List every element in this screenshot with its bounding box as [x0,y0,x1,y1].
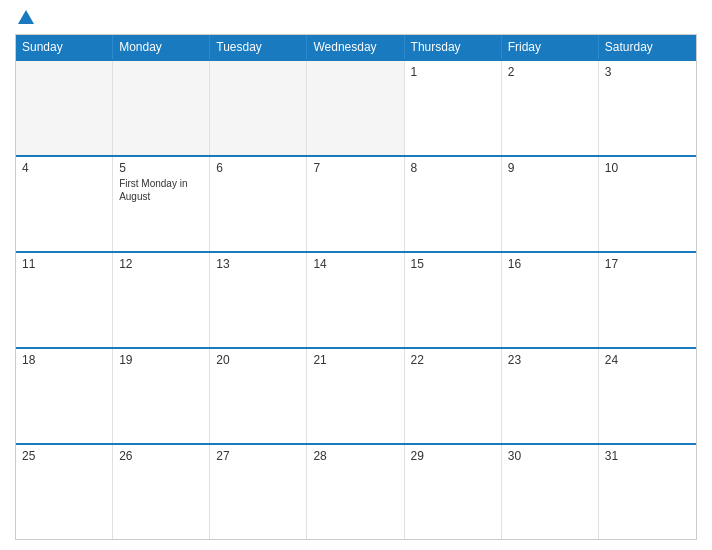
day-cell: 19 [113,349,210,443]
day-header-tuesday: Tuesday [210,35,307,59]
day-number: 31 [605,449,690,463]
day-header-sunday: Sunday [16,35,113,59]
day-cell: 11 [16,253,113,347]
day-cell: 5First Monday in August [113,157,210,251]
day-cell: 18 [16,349,113,443]
day-number: 10 [605,161,690,175]
week-row-4: 18192021222324 [16,347,696,443]
day-number: 23 [508,353,592,367]
day-number: 15 [411,257,495,271]
day-number: 30 [508,449,592,463]
day-cell: 20 [210,349,307,443]
day-cell: 23 [502,349,599,443]
weeks-container: 12345First Monday in August6789101112131… [16,59,696,539]
day-cell: 1 [405,61,502,155]
day-number: 21 [313,353,397,367]
day-cell: 6 [210,157,307,251]
calendar-page: SundayMondayTuesdayWednesdayThursdayFrid… [0,0,712,550]
day-number: 12 [119,257,203,271]
day-cell: 2 [502,61,599,155]
week-row-2: 45First Monday in August678910 [16,155,696,251]
day-cell [16,61,113,155]
day-cell: 3 [599,61,696,155]
day-number: 8 [411,161,495,175]
day-cell: 31 [599,445,696,539]
day-number: 2 [508,65,592,79]
day-cell: 22 [405,349,502,443]
day-cell: 10 [599,157,696,251]
week-row-1: 123 [16,59,696,155]
event-label: First Monday in August [119,177,203,203]
day-headers-row: SundayMondayTuesdayWednesdayThursdayFrid… [16,35,696,59]
day-cell: 24 [599,349,696,443]
day-header-friday: Friday [502,35,599,59]
day-cell: 25 [16,445,113,539]
day-cell: 17 [599,253,696,347]
day-header-monday: Monday [113,35,210,59]
day-number: 25 [22,449,106,463]
day-number: 26 [119,449,203,463]
day-header-thursday: Thursday [405,35,502,59]
day-cell: 16 [502,253,599,347]
day-number: 9 [508,161,592,175]
day-cell: 4 [16,157,113,251]
day-number: 27 [216,449,300,463]
day-number: 16 [508,257,592,271]
day-number: 11 [22,257,106,271]
day-cell: 28 [307,445,404,539]
day-number: 18 [22,353,106,367]
week-row-3: 11121314151617 [16,251,696,347]
day-cell: 7 [307,157,404,251]
day-number: 3 [605,65,690,79]
day-cell: 30 [502,445,599,539]
day-cell: 9 [502,157,599,251]
day-cell: 14 [307,253,404,347]
day-number: 5 [119,161,203,175]
day-cell: 13 [210,253,307,347]
day-cell: 8 [405,157,502,251]
day-number: 1 [411,65,495,79]
day-header-wednesday: Wednesday [307,35,404,59]
day-number: 13 [216,257,300,271]
day-cell: 26 [113,445,210,539]
day-number: 4 [22,161,106,175]
day-cell [210,61,307,155]
day-number: 20 [216,353,300,367]
calendar-grid: SundayMondayTuesdayWednesdayThursdayFrid… [15,34,697,540]
day-cell: 29 [405,445,502,539]
logo [15,10,34,26]
page-header [15,10,697,26]
day-number: 29 [411,449,495,463]
week-row-5: 25262728293031 [16,443,696,539]
day-number: 7 [313,161,397,175]
day-cell: 27 [210,445,307,539]
day-number: 22 [411,353,495,367]
day-cell: 21 [307,349,404,443]
day-cell: 12 [113,253,210,347]
day-number: 6 [216,161,300,175]
day-cell: 15 [405,253,502,347]
day-cell [307,61,404,155]
day-number: 28 [313,449,397,463]
day-number: 19 [119,353,203,367]
day-cell [113,61,210,155]
day-number: 24 [605,353,690,367]
day-number: 17 [605,257,690,271]
day-number: 14 [313,257,397,271]
logo-triangle-icon [18,10,34,24]
day-header-saturday: Saturday [599,35,696,59]
